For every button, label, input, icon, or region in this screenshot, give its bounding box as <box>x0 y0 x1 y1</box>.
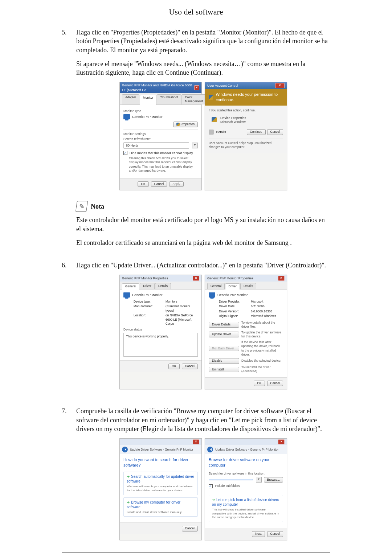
tab-troubleshoot[interactable]: Troubleshoot <box>157 94 181 104</box>
close-icon[interactable]: × <box>278 276 285 281</box>
step5-para1: Haga clic en "Properties (Propiedades)" … <box>76 28 330 54</box>
uninstall-button[interactable]: Uninstall <box>209 367 239 372</box>
wizard2-heading: Browse for driver software on your compu… <box>209 457 283 468</box>
tab-general[interactable]: General <box>122 283 139 289</box>
include-subfolders-label: Include subfolders <box>215 484 240 488</box>
provider-v: Microsoft <box>251 300 283 304</box>
ok-button[interactable]: OK <box>168 364 179 369</box>
device-status-box: This device is working properly. <box>123 333 198 357</box>
uac-publisher: Microsoft Windows <box>220 120 246 124</box>
close-icon[interactable]: × <box>194 85 199 90</box>
dialog-wizard-search: × Update Driver Software - Generic PnP M… <box>119 438 202 540</box>
step5-number: 5. <box>62 28 76 252</box>
tab-driver[interactable]: Driver <box>225 283 240 289</box>
winA-title: Generic PnP Monitor and NVIDIA GeForce 6… <box>122 83 194 92</box>
cancel-button[interactable]: Cancel <box>267 381 283 386</box>
dialog-wizard-browse: × Update Driver Software - Generic PnP M… <box>205 438 287 540</box>
option-browse-title: Browse my computer for driver software <box>127 500 180 509</box>
option-browse-sub: Locate and install driver software manua… <box>127 510 195 514</box>
browse-button[interactable]: Browse... <box>264 477 283 483</box>
tab-driver[interactable]: Driver <box>140 283 155 289</box>
step6-number: 6. <box>62 261 76 398</box>
close-icon[interactable]: × <box>278 439 285 444</box>
step7-number: 7. <box>62 407 76 549</box>
dialog-props-general: Generic PnP Monitor Properties× General … <box>119 275 202 389</box>
provider-l: Driver Provider: <box>219 300 248 304</box>
path-input[interactable] <box>209 479 253 480</box>
note-p2: El controlador certificado se anunciará … <box>76 238 330 247</box>
device-type-v: Monitors <box>166 300 198 304</box>
ok-button[interactable]: OK <box>138 181 148 187</box>
cancel-button[interactable]: Cancel <box>267 129 283 135</box>
tab-details[interactable]: Details <box>240 283 256 289</box>
close-icon[interactable]: × <box>193 439 199 444</box>
step5-para2: Si aparece el mensaje "Windows needs... … <box>76 59 330 77</box>
tab-details[interactable]: Details <box>155 283 171 289</box>
uninstall-desc: To uninstall the driver (Advanced). <box>241 365 283 374</box>
cancel-button[interactable]: Cancel <box>151 181 167 187</box>
tab-color-management[interactable]: Color Management <box>181 94 206 104</box>
refresh-rate-select[interactable]: 60 Hertz <box>123 142 189 149</box>
driver-details-button[interactable]: Driver Details <box>209 322 239 327</box>
monitor-icon <box>123 114 130 119</box>
dropdown-icon[interactable] <box>192 143 198 148</box>
propsDriver-title: Generic PnP Monitor Properties <box>207 276 253 280</box>
back-icon[interactable] <box>207 447 213 452</box>
apply-button[interactable]: Apply <box>169 181 183 187</box>
hide-modes-desc: Clearing this check box allows you to se… <box>129 156 198 173</box>
option-pick-sub: This list will show installed driver sof… <box>212 508 280 520</box>
disable-button[interactable]: Disable <box>209 358 239 364</box>
uac-details-toggle[interactable]: Details <box>216 130 226 134</box>
cancel-button[interactable]: Cancel <box>182 364 198 369</box>
chevron-down-icon <box>209 130 214 135</box>
monitor-settings-label: Monitor Settings <box>123 132 198 136</box>
tab-adapter[interactable]: Adapter <box>122 94 139 104</box>
page-title: Uso del software <box>62 7 330 19</box>
cancel-button[interactable]: Cancel <box>267 531 283 537</box>
properties-button[interactable]: Properties <box>173 122 198 127</box>
monitor-icon <box>209 292 215 297</box>
note-p1: Este controlador del monitor está certif… <box>76 216 330 233</box>
back-icon[interactable] <box>122 447 128 452</box>
option-auto-title: Search automatically for updated driver … <box>127 475 194 484</box>
ok-button[interactable]: OK <box>254 381 265 386</box>
close-icon[interactable]: × <box>275 83 285 88</box>
properties-button-label: Properties <box>180 122 195 126</box>
step7-para: Compruebe la casilla de verificación "Br… <box>76 407 330 433</box>
update-driver-button[interactable]: Update Driver... <box>209 332 239 337</box>
option-let-me-pick[interactable]: ➔Let me pick from a list of device drive… <box>209 495 283 522</box>
app-shield-icon <box>212 117 217 122</box>
tab-monitor[interactable]: Monitor <box>140 95 156 105</box>
hide-modes-checkbox[interactable] <box>123 151 127 155</box>
include-subfolders-checkbox[interactable] <box>209 484 213 488</box>
monitor-type-value: Generic PnP Monitor <box>132 115 162 119</box>
monitor-type-label: Monitor Type <box>123 109 198 113</box>
footer-rule <box>62 553 330 553</box>
tab-general[interactable]: General <box>207 283 225 289</box>
monitor-icon <box>123 292 130 297</box>
continue-button[interactable]: Continue <box>247 129 266 135</box>
uac-footer-note: User Account Control helps stop unauthor… <box>209 141 283 149</box>
rollback-driver-button[interactable]: Roll Back Driver <box>209 346 239 351</box>
close-icon[interactable]: × <box>193 276 199 281</box>
option-auto-sub: Windows will search your computer and th… <box>127 485 195 493</box>
cancel-button[interactable]: Cancel <box>182 526 198 531</box>
arrow-icon: ➔ <box>127 500 130 504</box>
wizard2-path-label: Search for driver software in this locat… <box>209 472 283 476</box>
signer-l: Digital Signer: <box>219 314 248 318</box>
date-v: 6/21/2006 <box>251 304 283 308</box>
option-auto-search[interactable]: ➔Search automatically for updated driver… <box>123 472 198 495</box>
uac-line1: If you started this action, continue. <box>209 108 283 112</box>
dropdown-icon[interactable] <box>256 477 262 483</box>
next-button[interactable]: Next <box>252 531 265 537</box>
wizard1-heading: How do you want to search for driver sof… <box>123 457 198 468</box>
option-pick-title: Let me pick from a list of device driver… <box>212 498 279 507</box>
step6-para: Haga clic en "Update Driver... (Actualiz… <box>76 261 330 270</box>
update-driver-desc: To update the driver software for this d… <box>241 331 283 339</box>
option-browse-computer[interactable]: ➔Browse my computer for driver software … <box>123 497 198 517</box>
refresh-rate-label: Screen refresh rate: <box>123 137 198 141</box>
device-status-label: Device status <box>123 328 198 332</box>
signer-v: microsoft windows <box>251 314 283 318</box>
dialog-uac: User Account Control × Windows needs you… <box>205 82 287 190</box>
device-type-l: Device type: <box>134 300 163 304</box>
